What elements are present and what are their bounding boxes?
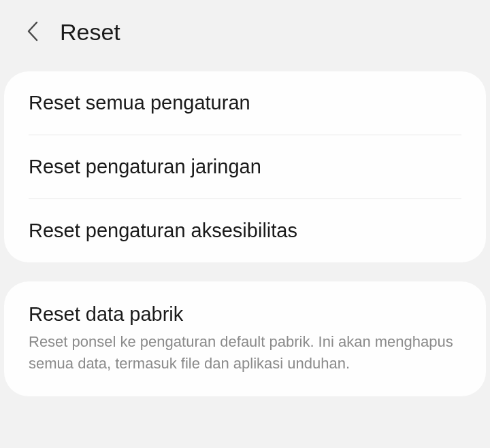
item-title: Reset pengaturan aksesibilitas <box>29 220 461 242</box>
item-description: Reset ponsel ke pengaturan default pabri… <box>29 331 461 375</box>
chevron-left-icon <box>27 21 39 44</box>
settings-group-1: Reset semua pengaturan Reset pengaturan … <box>4 71 486 262</box>
item-title: Reset data pabrik <box>29 303 461 326</box>
item-title: Reset pengaturan jaringan <box>29 156 461 178</box>
factory-reset-item[interactable]: Reset data pabrik Reset ponsel ke pengat… <box>4 281 486 396</box>
page-title: Reset <box>60 19 120 46</box>
settings-group-2: Reset data pabrik Reset ponsel ke pengat… <box>4 281 486 396</box>
reset-network-settings-item[interactable]: Reset pengaturan jaringan <box>4 135 486 199</box>
reset-accessibility-settings-item[interactable]: Reset pengaturan aksesibilitas <box>4 199 486 262</box>
reset-all-settings-item[interactable]: Reset semua pengaturan <box>4 71 486 135</box>
back-button[interactable] <box>23 23 42 42</box>
item-title: Reset semua pengaturan <box>29 92 461 114</box>
header: Reset <box>0 0 490 65</box>
